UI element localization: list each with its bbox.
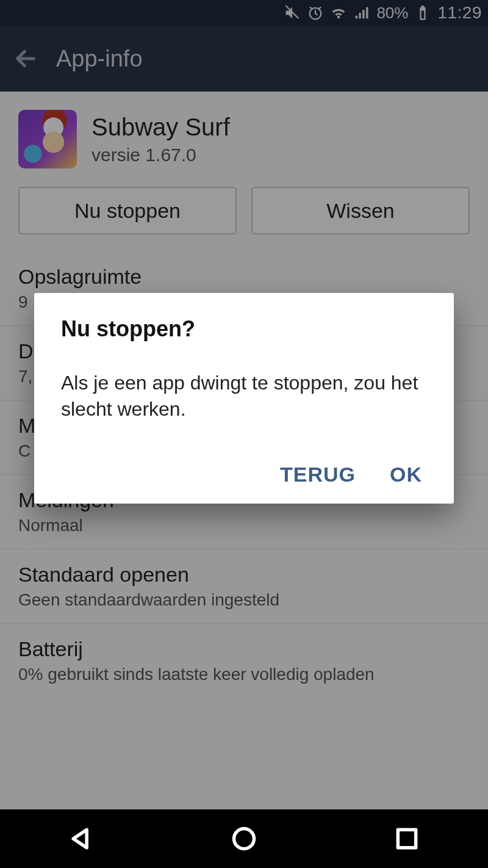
triangle-back-icon — [68, 825, 95, 852]
svg-point-1 — [234, 829, 254, 849]
dialog-message: Als je een app dwingt te stoppen, zou he… — [61, 370, 427, 422]
dialog-title: Nu stoppen? — [61, 316, 427, 342]
nav-back-button[interactable] — [66, 824, 96, 853]
navigation-bar — [0, 809, 488, 868]
circle-home-icon — [231, 825, 257, 852]
confirm-dialog: Nu stoppen? Als je een app dwingt te sto… — [34, 293, 454, 504]
square-recents-icon — [393, 825, 420, 852]
dialog-cancel-button[interactable]: TERUG — [280, 463, 356, 486]
nav-home-button[interactable] — [229, 824, 259, 853]
nav-recents-button[interactable] — [392, 824, 422, 853]
svg-rect-2 — [398, 830, 415, 847]
dialog-ok-button[interactable]: OK — [390, 463, 422, 486]
